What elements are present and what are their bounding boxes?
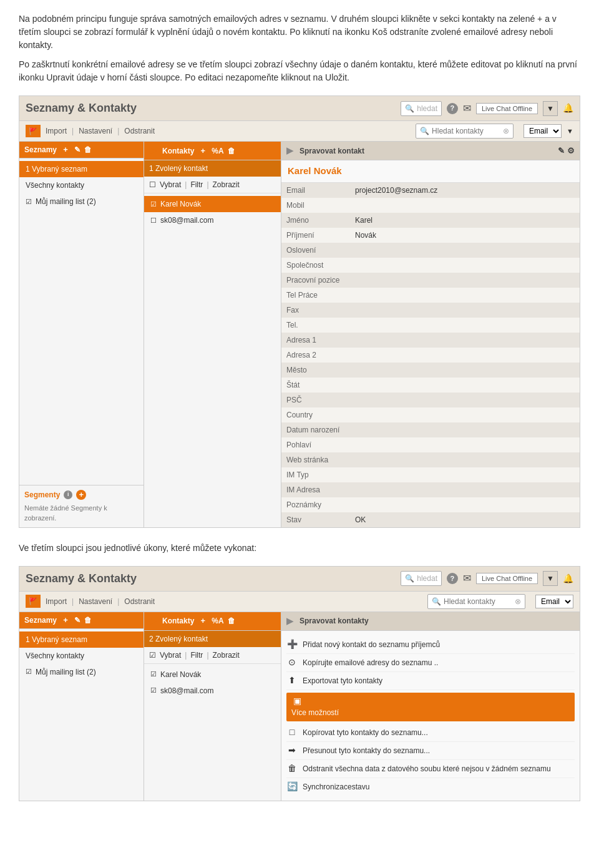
col2-percent-icon[interactable]: %A [212, 145, 223, 157]
col2-filter-checkbox[interactable]: ☐ [149, 179, 156, 190]
mail-icon-2[interactable]: ✉ [463, 571, 471, 586]
email-select-arrow[interactable]: ▼ [567, 126, 573, 137]
clear-search-btn[interactable]: ⊗ [503, 125, 509, 137]
col2-contact-2-2[interactable]: ☑ sk08@mail.com [144, 683, 281, 699]
col2-filter-zobrazit-2[interactable]: Zobrazit [213, 650, 240, 661]
action-item[interactable]: 🗑Odstranit všechna data z datového soubu… [286, 760, 575, 778]
col1-trash-icon[interactable]: 🗑 [84, 144, 92, 155]
search-box-2[interactable]: 🔍 hledat [401, 571, 442, 586]
toolbar-delete-2[interactable]: Odstranit [124, 596, 155, 607]
table-row: Oslovení [281, 243, 580, 258]
dropdown-arrow-1[interactable]: ▼ [543, 101, 558, 116]
table-row: Poznámky [281, 497, 580, 512]
action-item[interactable]: □Kopírovat tyto kontakty do seznamu... [286, 724, 575, 742]
field-label: Stav [281, 512, 350, 527]
search-contacts-box-1[interactable]: 🔍 ⊗ [416, 124, 514, 139]
col1-all-contacts-2[interactable]: Všechny kontakty [19, 648, 144, 664]
segmenty-title: Segmenty [24, 489, 60, 500]
action-item[interactable]: ➕Přidat nový kontakt do seznamu příjemců [286, 636, 575, 654]
field-value [350, 288, 580, 303]
field-label: Adresa 2 [281, 348, 350, 363]
clear-search-btn-2[interactable]: ⊗ [515, 596, 521, 607]
col2-trash-icon-2[interactable]: 🗑 [228, 615, 235, 627]
search-icon: 🔍 [405, 103, 414, 114]
live-chat-button-1[interactable]: Live Chat Offline [476, 103, 538, 114]
col2-arrow: ▶ [149, 144, 156, 157]
toolbar-flag-icon-2[interactable]: 🚩 [26, 595, 41, 608]
col2-selected-label-2: 2 Zvolený kontakt [149, 633, 208, 645]
col1-mailing-list-2[interactable]: ☑ Můj mailing list (2) [19, 664, 144, 680]
action-item[interactable]: 🔄Synchronizacestavu [286, 778, 575, 796]
col1-trash-icon-2[interactable]: 🗑 [84, 615, 92, 626]
contact2-checkbox[interactable]: ☐ [150, 215, 157, 226]
col2-add-btn-2[interactable]: + [198, 616, 208, 626]
segmenty-info-icon[interactable]: i [64, 490, 72, 499]
col2-add-btn[interactable]: + [198, 146, 208, 156]
col2-contact-2[interactable]: ☐ sk08@mail.com [144, 212, 281, 228]
col1-edit-icon[interactable]: ✎ [74, 144, 80, 155]
col2-contact-2-1[interactable]: ☑ Karel Novák [144, 666, 281, 683]
col1-selected-item-2[interactable]: 1 Vybraný seznam [19, 631, 144, 648]
col1-edit-icon-2[interactable]: ✎ [74, 615, 80, 626]
field-value [350, 378, 580, 393]
col1-add-btn-2[interactable]: + [61, 615, 71, 625]
col2-filter-checkbox-2[interactable]: ☑ [149, 650, 156, 661]
col2-filter-vybrat-2[interactable]: Vybrat [160, 650, 181, 661]
toolbar-flag-icon[interactable]: 🚩 [26, 125, 41, 138]
col2-percent-icon-2[interactable]: %A [212, 615, 223, 627]
field-label: Poznámky [281, 497, 350, 512]
field-value [350, 348, 580, 363]
toolbar-settings-2[interactable]: Nastavení [79, 596, 112, 607]
search-box-1[interactable]: 🔍 hledat [401, 101, 442, 116]
table-row: Štát [281, 378, 580, 393]
toolbar-import-2[interactable]: Import [46, 596, 67, 607]
search-contacts-input-2[interactable] [444, 597, 512, 606]
col1-header-2: Seznamy + ✎ 🗑 [19, 612, 144, 629]
field-label: Country [281, 407, 350, 422]
table-row: IM Adresa [281, 482, 580, 497]
col2-filter-zobrazit[interactable]: Zobrazit [213, 179, 240, 190]
col3-gear-icon[interactable]: ⚙ [567, 145, 575, 157]
action-item[interactable]: ➡Přesunout tyto kontakty do seznamu... [286, 742, 575, 760]
live-chat-button-2[interactable]: Live Chat Offline [476, 573, 538, 584]
col2-filter-filtr-2[interactable]: Filtr [190, 650, 203, 661]
dropdown-arrow-2[interactable]: ▼ [543, 571, 558, 586]
col2-filter-filtr[interactable]: Filtr [190, 179, 203, 190]
help-button-2[interactable]: ? [447, 573, 458, 584]
col2-filter-vybrat[interactable]: Vybrat [160, 179, 181, 190]
search-placeholder-2: hledat [417, 573, 437, 584]
mailing-list-checkbox[interactable]: ☑ [26, 197, 32, 207]
col1-selected-item[interactable]: 1 Vybraný seznam [19, 161, 144, 177]
action-item[interactable]: ⬆Exportovat tyto kontakty [286, 672, 575, 690]
email-select-1[interactable]: Email [524, 124, 562, 138]
action-item[interactable]: ▣Více možností [286, 693, 575, 721]
col1-all-contacts[interactable]: Všechny kontakty [19, 177, 144, 193]
col1-add-btn[interactable]: + [61, 145, 71, 155]
col3-edit-icon[interactable]: ✎ [558, 145, 565, 157]
mailing-list-checkbox-2[interactable]: ☑ [26, 666, 32, 677]
col2-trash-icon[interactable]: 🗑 [228, 145, 235, 157]
action-item[interactable]: ⊙Kopírujte emailové adresy do seznamu .. [286, 654, 575, 672]
toolbar-delete[interactable]: Odstranit [124, 125, 155, 137]
mail-icon-1[interactable]: ✉ [463, 101, 471, 116]
segmenty-add-btn[interactable]: + [76, 490, 86, 500]
search-contacts-input-1[interactable] [432, 127, 500, 135]
col3-spravovat-2: ▶ Spravovat kontakty ➕Přidat nový kontak… [281, 612, 580, 801]
toolbar-import[interactable]: Import [46, 125, 67, 137]
contact2-2-checkbox[interactable]: ☑ [150, 685, 157, 696]
field-value [350, 318, 580, 333]
col2-contact-1[interactable]: ☑ Karel Novák [144, 196, 281, 212]
field-label: IM Adresa [281, 482, 350, 497]
field-label: Pracovní pozice [281, 273, 350, 288]
help-button-1[interactable]: ? [447, 103, 458, 114]
col2-title-2: Kontakty [162, 615, 194, 627]
col3-arrow-2: ▶ [286, 615, 293, 628]
contact1-checkbox[interactable]: ☑ [150, 199, 157, 210]
field-label: Tel. [281, 318, 350, 333]
field-value [350, 482, 580, 497]
col1-mailing-list[interactable]: ☑ Můj mailing list (2) [19, 193, 144, 210]
contact2-1-checkbox[interactable]: ☑ [150, 669, 157, 680]
search-contacts-box-2[interactable]: 🔍 ⊗ [427, 594, 525, 609]
toolbar-settings[interactable]: Nastavení [79, 125, 112, 137]
email-select-2[interactable]: Email [535, 595, 573, 608]
